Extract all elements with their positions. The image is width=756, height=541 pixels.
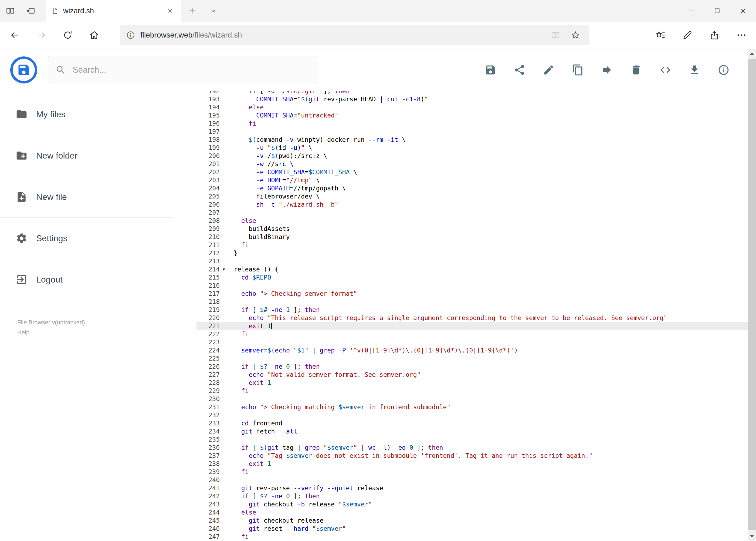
- code-line-244[interactable]: 244 else: [174, 508, 756, 516]
- code-line-215[interactable]: 215 cd $REPO: [174, 273, 756, 281]
- code-line-247[interactable]: 247 fi: [174, 533, 756, 541]
- code-line-204[interactable]: 204 -e GOPATH=//tmp/gopath \: [174, 184, 756, 192]
- scrollbar-thumb[interactable]: [748, 59, 756, 530]
- help-link[interactable]: Help: [17, 327, 174, 337]
- code-line-202[interactable]: 202 -e COMMIT_SHA=$COMMIT_SHA \: [174, 168, 756, 176]
- raw-code-button[interactable]: [659, 64, 671, 76]
- new-tab-button[interactable]: [181, 0, 203, 22]
- code-line-207[interactable]: 207: [174, 209, 756, 217]
- code-line-233[interactable]: 233 cd frontend: [174, 419, 756, 427]
- code-line-200[interactable]: 200 -v /$(pwd):/src:z \: [174, 152, 756, 160]
- browser-tab[interactable]: wizard.sh: [46, 0, 181, 22]
- fold-gutter: [220, 443, 228, 452]
- code-line-236[interactable]: 236 if [ $(git tag | grep "$semver" | wc…: [174, 443, 756, 452]
- code-line-225[interactable]: 225: [174, 354, 756, 362]
- sidebar-item-logout[interactable]: Logout: [0, 259, 174, 300]
- share-file-button[interactable]: [514, 64, 526, 76]
- tabs-set-aside-list-button[interactable]: [0, 0, 21, 22]
- code-line-234[interactable]: 234 git fetch --all: [174, 427, 756, 435]
- code-line-212[interactable]: 212}: [174, 249, 756, 257]
- code-line-230[interactable]: 230: [174, 395, 756, 403]
- move-button[interactable]: [601, 64, 613, 76]
- code-line-195[interactable]: 195 COMMIT_SHA="untracked": [174, 111, 756, 119]
- info-button[interactable]: [718, 64, 730, 76]
- hub-button[interactable]: [647, 22, 674, 49]
- code-line-206[interactable]: 206 sh -c "./wizard.sh -b": [174, 201, 756, 209]
- set-tabs-aside-button[interactable]: [21, 0, 41, 22]
- code-line-209[interactable]: 209 buildAssets: [174, 225, 756, 233]
- code-line-210[interactable]: 210 buildBinary: [174, 233, 756, 241]
- code-line-221[interactable]: 221 exit 1: [174, 322, 756, 330]
- code-line-227[interactable]: 227 echo "Not valid semver format. See s…: [174, 370, 756, 379]
- code-line-203[interactable]: 203 -e HOME="//tmp" \: [174, 176, 756, 184]
- code-line-243[interactable]: 243 git checkout -b release "$semver": [174, 500, 756, 508]
- code-line-220[interactable]: 220 echo "This release script requires a…: [174, 314, 756, 322]
- code-line-217[interactable]: 217 echo "> Checking semver format": [174, 289, 756, 297]
- delete-button[interactable]: [630, 64, 642, 76]
- code-line-199[interactable]: 199 -u "$(id -u)" \: [174, 144, 756, 152]
- sidebar-item-new-folder[interactable]: New folder: [0, 135, 174, 176]
- web-note-button[interactable]: [674, 22, 701, 49]
- code-line-222[interactable]: 222 fi: [174, 330, 756, 338]
- code-line-192[interactable]: 192 if [ -d "/src/.git" ]; then: [174, 91, 756, 95]
- maximize-button[interactable]: [704, 0, 730, 22]
- code-line-240[interactable]: 240: [174, 476, 756, 484]
- code-line-196[interactable]: 196 fi: [174, 119, 756, 128]
- code-line-229[interactable]: 229 fi: [174, 387, 756, 395]
- code-line-198[interactable]: 198 $(command -v winpty) docker run --rm…: [174, 136, 756, 144]
- code-line-245[interactable]: 245 git checkout release: [174, 516, 756, 525]
- code-line-232[interactable]: 232: [174, 411, 756, 419]
- refresh-button[interactable]: [55, 22, 81, 49]
- scroll-up-button[interactable]: [748, 49, 756, 59]
- code-line-224[interactable]: 224 semver=$(echo "$1" | grep -P '^v(0|[…: [174, 346, 756, 354]
- search-input[interactable]: [73, 65, 311, 75]
- tab-close-button[interactable]: [165, 5, 175, 16]
- home-button[interactable]: [81, 22, 108, 49]
- scroll-down-button[interactable]: [748, 531, 756, 541]
- code-line-246[interactable]: 246 git reset --hard "$semver": [174, 525, 756, 533]
- fold-marker-icon[interactable]: ▼: [220, 265, 228, 273]
- reading-view-button[interactable]: [548, 28, 563, 43]
- code-line-214[interactable]: 214▼release () {: [174, 265, 756, 273]
- back-button[interactable]: [2, 22, 28, 49]
- save-button[interactable]: [484, 64, 496, 76]
- search-bar[interactable]: [48, 56, 318, 84]
- sidebar-item-new-file[interactable]: New file: [0, 176, 174, 218]
- code-line-197[interactable]: 197: [174, 128, 756, 136]
- close-window-button[interactable]: [730, 0, 756, 22]
- code-line-228[interactable]: 228 exit 1: [174, 379, 756, 387]
- code-line-226[interactable]: 226 if [ $? -ne 0 ]; then: [174, 362, 756, 370]
- code-line-205[interactable]: 205 filebrowser/dev \: [174, 192, 756, 201]
- tab-preview-chevron-button[interactable]: [203, 0, 223, 22]
- sidebar-item-settings[interactable]: Settings: [0, 218, 174, 259]
- code-line-231[interactable]: 231 echo "> Checking matching $semver in…: [174, 403, 756, 411]
- share-button[interactable]: [701, 22, 728, 49]
- forward-button[interactable]: [28, 22, 55, 49]
- code-line-208[interactable]: 208 else: [174, 217, 756, 225]
- more-menu-button[interactable]: [728, 22, 755, 49]
- code-line-201[interactable]: 201 -w //src \: [174, 160, 756, 168]
- code-line-235[interactable]: 235: [174, 435, 756, 443]
- rename-button[interactable]: [543, 64, 555, 76]
- code-line-219[interactable]: 219 if [ $# -ne 1 ]; then: [174, 306, 756, 314]
- code-line-193[interactable]: 193 COMMIT_SHA="$(git rev-parse HEAD | c…: [174, 95, 756, 103]
- code-line-237[interactable]: 237 echo "Tag $semver does not exist in …: [174, 452, 756, 460]
- code-line-194[interactable]: 194 else: [174, 103, 756, 111]
- code-line-213[interactable]: 213: [174, 257, 756, 265]
- code-line-238[interactable]: 238 exit 1: [174, 460, 756, 468]
- code-editor[interactable]: 192 if [ -d "/src/.git" ]; then193 COMMI…: [174, 91, 756, 541]
- vertical-scrollbar[interactable]: [748, 49, 756, 541]
- code-line-239[interactable]: 239 fi: [174, 468, 756, 476]
- address-bar[interactable]: filebrowser.web/files/wizard.sh: [120, 25, 589, 45]
- code-line-211[interactable]: 211 fi: [174, 241, 756, 249]
- code-line-218[interactable]: 218: [174, 297, 756, 306]
- add-favorite-button[interactable]: [568, 28, 583, 43]
- minimize-button[interactable]: [678, 0, 704, 22]
- copy-button[interactable]: [572, 64, 584, 76]
- download-button[interactable]: [688, 64, 700, 76]
- code-line-223[interactable]: 223: [174, 338, 756, 346]
- code-line-241[interactable]: 241 git rev-parse --verify --quiet relea…: [174, 484, 756, 492]
- code-line-242[interactable]: 242 if [ $? -ne 0 ]; then: [174, 492, 756, 500]
- code-line-216[interactable]: 216: [174, 281, 756, 289]
- sidebar-item-my-files[interactable]: My files: [0, 94, 174, 135]
